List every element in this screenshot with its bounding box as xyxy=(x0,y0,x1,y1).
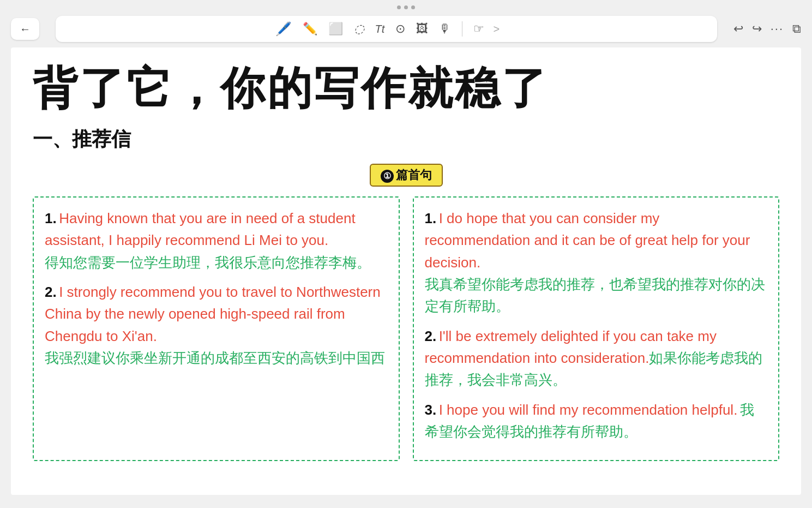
drag-handle xyxy=(0,0,812,13)
list-item: 1. I do hope that you can consider my re… xyxy=(425,207,768,317)
entry-english: I strongly recommend you to travel to No… xyxy=(45,284,381,344)
right-column: 1. I do hope that you can consider my re… xyxy=(413,196,780,461)
main-title: 背了它，你的写作就稳了 xyxy=(33,64,779,113)
entry-english: I do hope that you can consider my recom… xyxy=(425,210,750,271)
section-header: 一、推荐信 xyxy=(33,126,779,153)
drag-dot xyxy=(397,5,401,9)
list-item: 1. Having known that you are in need of … xyxy=(45,207,388,273)
list-item: 2. I'll be extremely delighted if you ca… xyxy=(425,325,768,391)
entry-chinese: 我强烈建议你乘坐新开通的成都至西安的高铁到中国西 xyxy=(45,350,385,366)
toolbar-separator xyxy=(462,21,462,37)
back-button[interactable]: ← xyxy=(11,18,39,40)
more-tools-arrow[interactable]: > xyxy=(493,23,500,35)
entry-chinese: 得知您需要一位学生助理，我很乐意向您推荐李梅。 xyxy=(45,254,371,271)
mic-tool[interactable]: 🎙 xyxy=(437,21,453,37)
page-content: 背了它，你的写作就稳了 一、推荐信 ①篇首句 1. Having known t… xyxy=(11,47,801,495)
left-column: 1. Having known that you are in need of … xyxy=(33,196,400,461)
selection-tool[interactable]: ⊙ xyxy=(393,21,407,37)
lasso-tool[interactable]: ◌ xyxy=(352,21,366,37)
hand-tool[interactable]: ☞ xyxy=(471,21,486,37)
eraser-tool[interactable]: ⬜ xyxy=(326,21,345,37)
back-icon: ← xyxy=(20,23,31,35)
pen-tool[interactable]: 🖊️ xyxy=(273,20,294,38)
undo-button[interactable]: ↩ xyxy=(733,22,743,36)
toolbar-left: ← xyxy=(11,18,39,40)
section-badge: ①篇首句 xyxy=(370,164,443,187)
content-columns: 1. Having known that you are in need of … xyxy=(33,196,779,461)
toolbar-center: 🖊️ ✏️ ⬜ ◌ Tt ⊙ 🖼 🎙 ☞ > xyxy=(56,16,717,42)
copy-button[interactable]: ⧉ xyxy=(792,22,801,36)
entry-english: Having known that you are in need of a s… xyxy=(45,210,356,248)
toolbar: ← 🖊️ ✏️ ⬜ ◌ Tt ⊙ 🖼 🎙 ☞ > ↩ ↪ ··· ⧉ xyxy=(0,13,812,47)
badge-number: ① xyxy=(381,170,394,183)
drag-dot xyxy=(404,5,408,9)
entry-number: 1. xyxy=(425,210,437,226)
text-tool[interactable]: Tt xyxy=(373,22,387,37)
badge-container: ①篇首句 xyxy=(33,164,779,187)
more-options-button[interactable]: ··· xyxy=(771,22,784,36)
pencil-tool[interactable]: ✏️ xyxy=(300,21,320,37)
entry-number: 1. xyxy=(45,210,57,226)
entry-number: 3. xyxy=(425,402,437,418)
image-tool[interactable]: 🖼 xyxy=(414,21,430,37)
entry-number: 2. xyxy=(425,328,437,344)
toolbar-right: ↩ ↪ ··· ⧉ xyxy=(733,22,801,36)
list-item: 3. I hope you will find my recommendatio… xyxy=(425,399,768,443)
entry-chinese: 我真希望你能考虑我的推荐，也希望我的推荐对你的决定有所帮助。 xyxy=(425,276,765,314)
entry-english: I hope you will find my recommendation h… xyxy=(439,402,738,418)
entry-number: 2. xyxy=(45,284,57,300)
badge-text: 篇首句 xyxy=(396,168,432,182)
redo-button[interactable]: ↪ xyxy=(752,22,762,36)
drag-dot xyxy=(411,5,415,9)
list-item: 2. I strongly recommend you to travel to… xyxy=(45,281,388,369)
